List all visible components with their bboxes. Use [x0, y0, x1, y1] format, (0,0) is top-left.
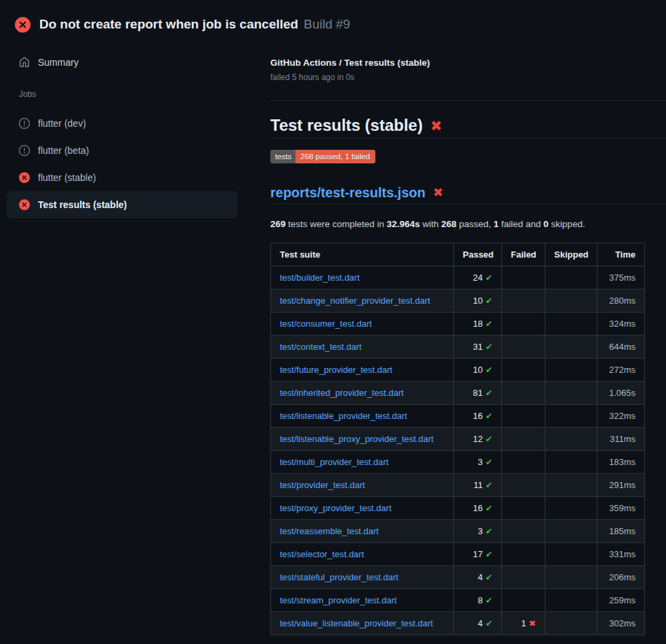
check-icon: ✔: [486, 342, 493, 352]
test-suite-link[interactable]: test/future_provider_test.dart: [280, 365, 392, 375]
failed-cell: [502, 289, 545, 313]
test-suite-link[interactable]: test/builder_test.dart: [280, 273, 360, 283]
time-cell: 1.065s: [598, 382, 645, 405]
column-header-failed: Failed: [502, 243, 545, 266]
test-suite-link[interactable]: test/value_listenable_provider_test.dart: [280, 618, 433, 628]
failed-x-emoji: ✖: [430, 119, 442, 133]
test-suite-cell: test/stream_provider_test.dart: [271, 589, 454, 612]
test-suite-link[interactable]: test/provider_test.dart: [280, 480, 365, 490]
failed-cell: [502, 266, 545, 289]
table-row: test/multi_provider_test.dart3✔183ms: [271, 451, 645, 474]
tests-status-badge: tests 268 passed, 1 failed: [270, 150, 375, 163]
test-suite-link[interactable]: test/selector_test.dart: [280, 549, 364, 559]
test-suite-link[interactable]: test/consumer_test.dart: [280, 319, 372, 329]
check-icon: ✔: [486, 596, 493, 605]
run-meta: failed 5 hours ago in 0s: [270, 72, 666, 83]
failed-cell: [502, 566, 545, 589]
test-suite-cell: test/provider_test.dart: [271, 474, 454, 497]
table-row: test/builder_test.dart24✔375ms: [271, 266, 645, 289]
test-suite-cell: test/inherited_provider_test.dart: [271, 382, 454, 405]
test-suite-link[interactable]: test/context_test.dart: [280, 342, 362, 352]
sidebar-item-flutter-stable[interactable]: flutter (stable): [7, 164, 238, 191]
test-results-table: Test suitePassedFailedSkippedTime test/b…: [270, 243, 645, 635]
table-row: test/change_notifier_provider_test.dart1…: [271, 289, 645, 313]
summary-segment: 32.964s: [387, 219, 420, 229]
sidebar-summary-label: Summary: [38, 57, 79, 68]
summary-segment: 1: [494, 219, 499, 229]
check-icon: ✔: [486, 619, 493, 628]
failed-cell: [502, 336, 545, 359]
test-suite-cell: test/consumer_test.dart: [271, 313, 454, 336]
test-suite-link[interactable]: test/listenable_provider_test.dart: [280, 411, 407, 421]
sidebar-item-summary[interactable]: Summary: [7, 50, 238, 75]
time-cell: 272ms: [598, 359, 645, 382]
skipped-cell: [545, 566, 598, 589]
time-cell: 331ms: [598, 543, 645, 566]
time-cell: 302ms: [598, 612, 645, 635]
sidebar-item-label: flutter (dev): [38, 118, 86, 129]
failed-cell: [502, 405, 545, 428]
failed-x-circle-icon: [15, 17, 30, 33]
passed-cell: 81✔: [454, 382, 502, 405]
passed-cell: 16✔: [454, 405, 502, 428]
test-suite-cell: test/proxy_provider_test.dart: [271, 497, 454, 520]
time-cell: 322ms: [598, 405, 645, 428]
time-cell: 259ms: [598, 589, 645, 612]
test-suite-link[interactable]: test/inherited_provider_test.dart: [280, 388, 404, 398]
cancelled-octagon-icon: [19, 145, 30, 156]
column-header-test-suite: Test suite: [271, 243, 454, 266]
report-file-link[interactable]: reports/test-results.json: [270, 184, 425, 201]
time-cell: 359ms: [598, 497, 645, 520]
x-circle-icon: [19, 199, 30, 210]
test-suite-cell: test/reassemble_test.dart: [271, 520, 454, 543]
sidebar-item-flutter-dev[interactable]: flutter (dev): [7, 110, 238, 137]
passed-cell: 17✔: [454, 543, 502, 566]
passed-cell: 3✔: [454, 451, 502, 474]
column-header-time: Time: [598, 243, 645, 266]
page-header: Do not create report when job is cancell…: [0, 0, 666, 38]
breadcrumb: GitHub Actions / Test results (stable): [270, 57, 666, 69]
section-title: Test results (stable): [270, 115, 423, 136]
table-row: test/reassemble_test.dart3✔185ms: [271, 520, 645, 543]
sidebar-item-flutter-beta[interactable]: flutter (beta): [7, 137, 238, 164]
sidebar-item-label: flutter (stable): [38, 172, 96, 183]
test-suite-link[interactable]: test/change_notifier_provider_test.dart: [280, 296, 430, 306]
test-suite-cell: test/listenable_provider_test.dart: [271, 405, 454, 428]
passed-cell: 10✔: [454, 359, 502, 382]
time-cell: 291ms: [598, 474, 645, 497]
badge-label: tests: [270, 150, 295, 163]
test-suite-link[interactable]: test/reassemble_test.dart: [280, 526, 379, 536]
test-suite-link[interactable]: test/multi_provider_test.dart: [280, 457, 388, 467]
table-row: test/selector_test.dart17✔331ms: [271, 543, 645, 566]
table-row: test/value_listenable_provider_test.dart…: [271, 612, 645, 635]
check-icon: ✔: [486, 435, 493, 444]
test-suite-link[interactable]: test/stream_provider_test.dart: [280, 595, 397, 605]
skipped-cell: [545, 266, 598, 289]
x-circle-icon: [19, 172, 30, 183]
time-cell: 206ms: [598, 566, 645, 589]
jobs-section-heading: Jobs: [19, 89, 270, 99]
passed-cell: 11✔: [454, 474, 502, 497]
check-icon: ✔: [486, 481, 493, 490]
passed-cell: 18✔: [454, 313, 502, 336]
skipped-cell: [545, 451, 598, 474]
summary-segment: skipped.: [549, 219, 585, 229]
summary-segment: 0: [543, 219, 549, 229]
failed-cell: [502, 313, 545, 336]
passed-cell: 24✔: [454, 266, 502, 289]
test-suite-cell: test/future_provider_test.dart: [271, 359, 454, 382]
table-row: test/future_provider_test.dart10✔272ms: [271, 359, 645, 382]
failed-cell: [502, 520, 545, 543]
report-heading: reports/test-results.json ✖: [270, 184, 666, 204]
sidebar-item-test-results-stable[interactable]: Test results (stable): [7, 191, 238, 218]
test-suite-link[interactable]: test/listenable_proxy_provider_test.dart: [280, 434, 434, 444]
test-suite-link[interactable]: test/proxy_provider_test.dart: [280, 503, 392, 513]
build-number: Build #9: [304, 17, 350, 32]
home-icon: [19, 57, 30, 68]
test-suite-link[interactable]: test/stateful_provider_test.dart: [280, 572, 398, 582]
test-suite-cell: test/listenable_proxy_provider_test.dart: [271, 428, 454, 451]
table-row: test/stateful_provider_test.dart4✔206ms: [271, 566, 645, 589]
time-cell: 375ms: [598, 266, 645, 289]
table-row: test/provider_test.dart11✔291ms: [271, 474, 645, 497]
passed-cell: 31✔: [454, 336, 502, 359]
